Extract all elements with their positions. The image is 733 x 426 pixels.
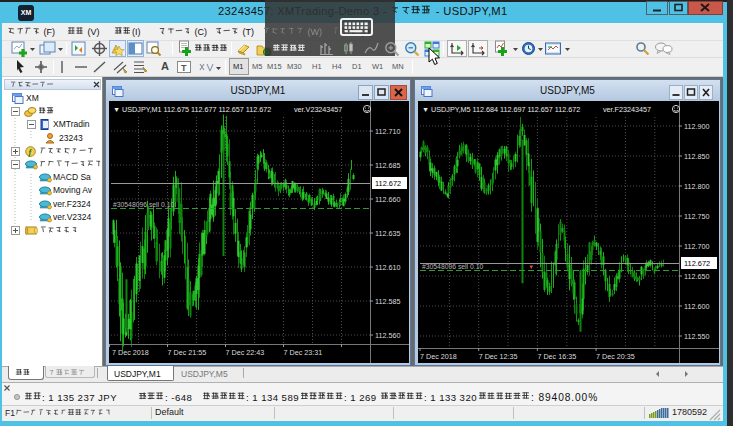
svg-text:7 Dec 20:35: 7 Dec 20:35: [596, 352, 635, 361]
svg-text:#30548096 sell 0.10: #30548096 sell 0.10: [113, 201, 174, 208]
svg-text:112.685: 112.685: [375, 161, 400, 170]
svg-text:7 Dec 22:43: 7 Dec 22:43: [226, 348, 265, 357]
svg-text:112.672: 112.672: [375, 179, 401, 188]
svg-text:112.650: 112.650: [684, 272, 709, 281]
svg-text:112.635: 112.635: [375, 229, 400, 238]
svg-text:7 Dec 2018: 7 Dec 2018: [420, 352, 457, 361]
svg-text:▼ USDJPY,M5 112.684 112.697 1: ▼ USDJPY,M5 112.684 112.697 112.657 112.…: [422, 105, 580, 114]
svg-text:112.850: 112.850: [684, 152, 709, 161]
svg-text:7 Dec 2018: 7 Dec 2018: [112, 348, 149, 357]
svg-text:7 Dec 16:35: 7 Dec 16:35: [537, 352, 576, 361]
svg-text:112.585: 112.585: [375, 297, 400, 306]
svg-text:112.560: 112.560: [375, 331, 400, 340]
svg-text:112.900: 112.900: [684, 122, 709, 131]
svg-text:112.672: 112.672: [684, 259, 710, 268]
svg-text:112.750: 112.750: [684, 212, 709, 221]
svg-text:112.660: 112.660: [375, 195, 400, 204]
svg-text:112.550: 112.550: [684, 332, 709, 341]
svg-text:7 Dec 23:31: 7 Dec 23:31: [284, 348, 323, 357]
svg-text:ver.V23243457: ver.V23243457: [294, 105, 342, 114]
svg-text:112.610: 112.610: [375, 263, 400, 272]
svg-text:112.700: 112.700: [684, 242, 709, 251]
svg-text:7 Dec 21:55: 7 Dec 21:55: [168, 348, 207, 357]
svg-text:7 Dec 12:35: 7 Dec 12:35: [479, 352, 518, 361]
svg-text:112.600: 112.600: [684, 302, 709, 311]
svg-text:▼ USDJPY,M1 112.675 112.677 1: ▼ USDJPY,M1 112.675 112.677 112.657 112.…: [113, 105, 271, 114]
svg-text:ver.F23243457: ver.F23243457: [603, 105, 651, 114]
svg-text:112.710: 112.710: [375, 127, 400, 136]
svg-text:T: T: [181, 63, 187, 73]
svg-text:112.800: 112.800: [684, 182, 709, 191]
